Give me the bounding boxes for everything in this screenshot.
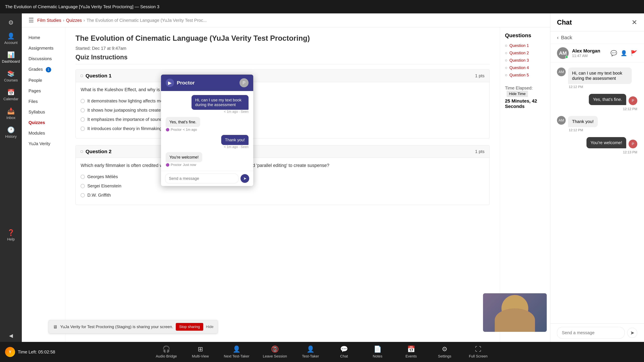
msg-avatar-sent-2: P bbox=[628, 96, 637, 105]
audio-bridge-label: Audio Bridge bbox=[156, 354, 177, 359]
question-1-title: Question 1 bbox=[86, 73, 112, 79]
q-link-5[interactable]: ○ Question 5 bbox=[505, 71, 545, 79]
sidebar-logo[interactable]: ⚙ bbox=[2, 17, 20, 28]
toolbar-logo: Y bbox=[5, 347, 15, 357]
lms-sidenav: Home Assignments Discussions Grades 1 Pe… bbox=[22, 27, 66, 342]
leave-session-label: Leave Session bbox=[263, 354, 287, 359]
lms-nav: ☰ Film Studies › Quizzes › The Evolution… bbox=[22, 13, 550, 27]
chat-panel: Chat ✕ ‹ Back AM Alex Morgan 11:47 AM 💬 bbox=[550, 13, 644, 342]
sidebar-item-inbox[interactable]: 📥 Inbox bbox=[2, 105, 20, 122]
hide-screen-share-button[interactable]: Hide bbox=[206, 325, 214, 329]
toolbar-leave-session[interactable]: 📵 Leave Session bbox=[263, 346, 287, 359]
chat-back[interactable]: ‹ Back bbox=[550, 31, 644, 44]
toolbar-notes[interactable]: 📄 Notes bbox=[368, 346, 388, 359]
sidenav-discussions[interactable]: Discussions bbox=[22, 53, 65, 64]
stop-sharing-button[interactable]: Stop sharing bbox=[176, 323, 203, 331]
contact-time: 11:47 AM bbox=[572, 54, 607, 58]
chat-input[interactable] bbox=[557, 327, 624, 339]
sidenav-pages[interactable]: Pages bbox=[22, 86, 65, 96]
sidenav-syllabus[interactable]: Syllabus bbox=[22, 107, 65, 117]
proctor-send-button[interactable]: ➤ bbox=[240, 174, 249, 183]
q1-option-4[interactable]: It introduces color theory in filmmaking… bbox=[81, 124, 484, 133]
sidebar-item-courses[interactable]: 📚 Courses bbox=[2, 68, 20, 85]
sidebar-label-history: History bbox=[5, 134, 16, 139]
q1-option-2[interactable]: It shows how juxtaposing shots creates m… bbox=[81, 106, 484, 115]
grades-badge: 1 bbox=[46, 67, 51, 72]
test-taker-label: Test-Taker bbox=[302, 354, 319, 359]
q2-option-1[interactable]: Georges Méliès bbox=[81, 172, 484, 181]
time-left-value: Time Left: 05:02:58 bbox=[18, 350, 55, 355]
sidenav-modules[interactable]: Modules bbox=[22, 128, 65, 138]
toolbar-test-taker[interactable]: 👤 Test-Taker bbox=[300, 346, 320, 359]
sidebar-label-courses: Courses bbox=[4, 78, 18, 82]
question-1-header: Question 1 1 pts bbox=[76, 69, 490, 82]
video-thumbnail bbox=[483, 293, 547, 332]
sidenav-grades[interactable]: Grades 1 bbox=[22, 64, 65, 75]
question-2-checkbox[interactable] bbox=[81, 150, 83, 153]
toolbar-audio-bridge[interactable]: 🎧 Audio Bridge bbox=[156, 346, 177, 359]
q2-option-3[interactable]: D.W. Griffith bbox=[81, 191, 484, 200]
sidebar-item-account[interactable]: 👤 Account bbox=[2, 30, 20, 47]
hide-time-button[interactable]: Hide Time bbox=[507, 91, 528, 97]
proctor-msg-1: Hi, can I use my text book during the as… bbox=[166, 95, 248, 114]
flag-icon[interactable]: 🚩 bbox=[630, 50, 637, 56]
help-icon: ❓ bbox=[7, 229, 15, 236]
back-chevron-icon: ‹ bbox=[557, 35, 559, 40]
sidenav-assignments[interactable]: Assignments bbox=[22, 43, 65, 53]
q-link-3[interactable]: ○ Question 3 bbox=[505, 57, 545, 64]
hamburger-menu[interactable]: ☰ bbox=[28, 17, 34, 24]
toolbar-full-screen[interactable]: ⛶ Full Screen bbox=[468, 346, 488, 359]
toolbar-next-test-taker[interactable]: 👤 Next Test-Taker bbox=[224, 346, 250, 359]
toolbar-settings[interactable]: ⚙ Settings bbox=[434, 346, 455, 359]
sidebar-item-help[interactable]: ❓ Help bbox=[2, 227, 20, 244]
proctor-msg-3: Thank you! < 1m ago · Seen bbox=[166, 135, 248, 149]
test-taker-icon: 👤 bbox=[306, 346, 314, 353]
settings-icon: ⚙ bbox=[442, 346, 448, 353]
breadcrumb-film-studies[interactable]: Film Studies bbox=[37, 18, 61, 23]
toolbar-events[interactable]: 📅 Events bbox=[401, 346, 421, 359]
contact-actions: 💬 👤 🚩 bbox=[610, 50, 637, 56]
sidenav-home[interactable]: Home bbox=[22, 32, 65, 43]
sidebar-item-history[interactable]: 🕐 History bbox=[2, 124, 20, 141]
q1-option-3[interactable]: It emphasizes the importance of sound de… bbox=[81, 115, 484, 124]
breadcrumb-quizzes[interactable]: Quizzes bbox=[66, 18, 82, 23]
sidebar-collapse[interactable]: ◀ bbox=[6, 329, 16, 342]
question-2-block: Question 2 1 pts Which early filmmaker i… bbox=[76, 145, 490, 205]
q-link-1[interactable]: ○ Question 1 bbox=[505, 42, 545, 49]
question-1-checkbox[interactable] bbox=[81, 75, 83, 77]
question-2-text: Which early filmmaker is often credited … bbox=[81, 163, 484, 168]
question-2-header: Question 2 1 pts bbox=[76, 145, 490, 158]
sidenav-yuja-verity[interactable]: YuJa Verity bbox=[22, 138, 65, 149]
proctor-chat-input[interactable] bbox=[165, 174, 238, 183]
sidebar-item-dashboard[interactable]: 📊 Dashboard bbox=[2, 49, 20, 66]
chat-message-4: You're welcome! P 12:13 PM bbox=[557, 137, 637, 154]
screen-share-bar: 🖥 YuJa Verity for Test Proctoring (Stagi… bbox=[49, 320, 218, 334]
msg-avatar-1: AM bbox=[557, 67, 566, 76]
chat-bubble-icon[interactable]: 💬 bbox=[610, 50, 617, 56]
chat-label: Chat bbox=[340, 354, 348, 359]
contact-avatar: AM bbox=[557, 47, 569, 59]
q1-option-1[interactable]: It demonstrates how lighting affects moo… bbox=[81, 96, 484, 106]
msg-avatar-3: AM bbox=[557, 116, 566, 125]
sidenav-people[interactable]: People bbox=[22, 75, 65, 86]
question-2-body: Which early filmmaker is often credited … bbox=[76, 158, 490, 205]
chat-close-button[interactable]: ✕ bbox=[632, 18, 637, 26]
q-link-2[interactable]: ○ Question 2 bbox=[505, 49, 545, 57]
msg-bubble-1: Hi, can I use my text book during the as… bbox=[568, 67, 632, 84]
toolbar-chat[interactable]: 💬 Chat bbox=[334, 346, 354, 359]
toolbar-multi-view[interactable]: ⊞ Multi-View bbox=[190, 346, 210, 359]
q2-option-2[interactable]: Sergei Eisenstein bbox=[81, 181, 484, 191]
sidenav-quizzes[interactable]: Quizzes bbox=[22, 117, 65, 128]
proctor-badge-icon-2: 🟣 bbox=[166, 128, 170, 132]
person-icon[interactable]: 👤 bbox=[620, 50, 627, 56]
quiz-instructions: Quiz Instructions bbox=[76, 54, 490, 64]
lms-panel: ☰ Film Studies › Quizzes › The Evolution… bbox=[22, 13, 550, 342]
chat-send-button[interactable]: ➤ bbox=[627, 328, 637, 338]
sidebar-item-calendar[interactable]: 📅 Calendar bbox=[2, 86, 20, 104]
q-link-4[interactable]: ○ Question 4 bbox=[505, 64, 545, 71]
time-elapsed: Time Elapsed: Hide Time 25 Minutes, 42 S… bbox=[505, 85, 545, 109]
proctor-popup: ▶ Proctor P Hi, can I use my text book d… bbox=[161, 75, 253, 186]
sidebar-label-dashboard: Dashboard bbox=[2, 59, 20, 64]
sidenav-files[interactable]: Files bbox=[22, 96, 65, 107]
msg-time-3: 12:12 PM bbox=[568, 128, 598, 132]
